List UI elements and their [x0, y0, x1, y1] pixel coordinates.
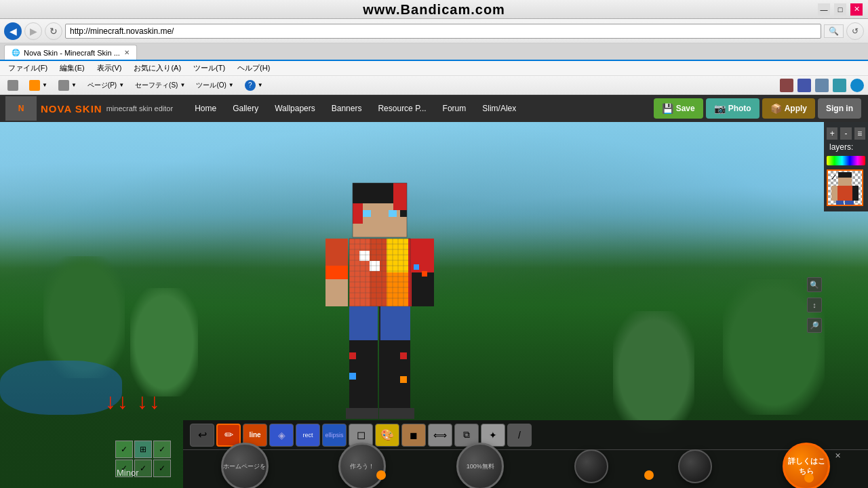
- fill-tool-button[interactable]: ◈: [269, 424, 294, 447]
- minimize-button[interactable]: —: [818, 3, 830, 16]
- ad-circle-2[interactable]: 作ろう！: [338, 443, 386, 488]
- menu-view[interactable]: 表示(V): [92, 62, 127, 75]
- menu-file[interactable]: ファイル(F): [3, 62, 53, 75]
- layer-icon-3[interactable]: ✓: [153, 441, 171, 458]
- menu-edit[interactable]: 編集(E): [54, 62, 90, 75]
- toolbar-page[interactable]: ページ(P) ▼: [83, 78, 129, 93]
- zoom-vertical-button[interactable]: ↕: [807, 298, 822, 312]
- menu-favorites[interactable]: お気に入り(A): [128, 62, 186, 75]
- ad-circle-small1[interactable]: [574, 449, 608, 483]
- svg-rect-26: [836, 201, 844, 205]
- toolbar-home[interactable]: [3, 78, 23, 93]
- refresh-button[interactable]: ↻: [45, 22, 62, 40]
- color-picker-icon: 🎨: [380, 428, 394, 441]
- pencil-tool-button[interactable]: ✏: [216, 424, 241, 447]
- leg-right-top: [379, 306, 410, 340]
- back-button[interactable]: ◀: [4, 22, 22, 40]
- tab-icon: 🌐: [12, 49, 20, 56]
- ad-circle-1-text: ホームページを: [223, 462, 266, 471]
- nav-slim[interactable]: Slim/Alex: [474, 95, 524, 122]
- rect-tool-button[interactable]: rect: [296, 424, 320, 447]
- head-red1: [393, 183, 407, 210]
- search-button[interactable]: 🔍: [824, 24, 844, 38]
- layer-color-bar: [827, 156, 865, 165]
- toolbar-print[interactable]: ▼: [54, 78, 81, 93]
- layer-thumbnail[interactable]: ✓: [827, 169, 863, 206]
- ad-circle-1[interactable]: ホームページを: [221, 443, 269, 488]
- layer-icon-1[interactable]: ✓: [115, 441, 133, 458]
- tools2-label: ツール(O): [196, 81, 226, 90]
- page-label: ページ(P): [87, 81, 117, 90]
- mouth-area: [366, 222, 393, 229]
- leg-left-blue1: [349, 373, 356, 380]
- nav-resource[interactable]: Resource P...: [370, 95, 434, 122]
- photo-icon: 📷: [714, 103, 726, 114]
- window-controls[interactable]: — □ ✕: [818, 3, 863, 16]
- feed-dropdown: ▼: [42, 82, 47, 88]
- layers-panel: + - ≡ layers: ✓: [824, 122, 868, 211]
- apply-button[interactable]: 📦 Apply: [762, 98, 815, 119]
- ie-icon5[interactable]: [850, 79, 864, 92]
- ie-icon3[interactable]: [815, 79, 829, 92]
- add-layer-button[interactable]: +: [827, 127, 837, 140]
- toolbar-tools2[interactable]: ツール(O) ▼: [191, 78, 238, 93]
- logo-box: N: [5, 96, 37, 121]
- leg-right-red1: [400, 352, 407, 359]
- zoom-out-button[interactable]: 🔎: [807, 318, 822, 333]
- toolbar-help[interactable]: ? ▼: [240, 78, 268, 93]
- leg-right: [379, 340, 410, 408]
- menu-tools[interactable]: ツール(T): [188, 62, 231, 75]
- ad-circle-small2[interactable]: [678, 449, 712, 483]
- tab-close-button[interactable]: ✕: [124, 49, 130, 56]
- fill-icon: ◈: [278, 430, 285, 441]
- nav-wallpapers[interactable]: Wallpapers: [267, 95, 323, 122]
- ad-close-button[interactable]: ✕: [835, 451, 841, 460]
- active-tab[interactable]: 🌐 Nova Skin - Minecraft Skin ... ✕: [4, 45, 137, 60]
- ie-icon1[interactable]: [780, 79, 793, 92]
- remove-layer-button[interactable]: -: [840, 127, 851, 140]
- zoom-fit-button[interactable]: 🔍: [807, 277, 822, 292]
- url-bar[interactable]: [65, 24, 821, 39]
- svg-rect-25: [852, 186, 859, 201]
- pen-tool-button[interactable]: /: [507, 424, 532, 447]
- undo-button[interactable]: ↩: [190, 424, 214, 447]
- ie-toolbar: ▼ ▼ ページ(P) ▼ セーフティ(S) ▼ ツール(O) ▼ ? ▼: [0, 76, 868, 95]
- layer-menu-button[interactable]: ≡: [854, 127, 865, 140]
- tab-title: Nova Skin - Minecraft Skin ...: [24, 49, 120, 57]
- line-icon: line: [249, 431, 260, 439]
- ie-icon2[interactable]: [797, 79, 811, 92]
- novaskin-header: N NOVA SKIN minecraft skin editor Home G…: [0, 95, 868, 122]
- layer-icon-6[interactable]: ✓: [153, 460, 171, 477]
- photo-button[interactable]: 📷 Photo: [706, 98, 760, 119]
- layer-icon-2[interactable]: ⊞: [134, 441, 152, 458]
- signin-button[interactable]: Sign in: [818, 98, 861, 119]
- nav-home[interactable]: Home: [186, 95, 224, 122]
- tools-row: ↩ ✏ line ◈ rect ellipsis ◻: [183, 420, 868, 450]
- leg-left-red1: [349, 352, 356, 359]
- save-button[interactable]: 💾 Save: [654, 98, 703, 119]
- toolbar-feed[interactable]: ▼: [24, 78, 52, 93]
- ad-dot-right: [804, 473, 814, 483]
- color-picker-button[interactable]: 🎨: [375, 424, 399, 447]
- site-subtitle: minecraft skin editor: [106, 104, 173, 113]
- nav-forum[interactable]: Forum: [435, 95, 475, 122]
- ad-circle-3[interactable]: 100%無料: [456, 443, 504, 488]
- ellipse-tool-button[interactable]: ellipsis: [322, 424, 347, 447]
- stamp-tool-button[interactable]: ◼: [401, 424, 426, 447]
- nav-banners[interactable]: Banners: [323, 95, 370, 122]
- eye-left: [363, 210, 371, 217]
- maximize-button[interactable]: □: [834, 3, 846, 16]
- leg-left-top: [349, 306, 378, 340]
- menu-help[interactable]: ヘルプ(H): [232, 62, 275, 75]
- pen-icon: /: [518, 430, 521, 441]
- toolbar-safety[interactable]: セーフティ(S) ▼: [130, 78, 190, 93]
- ie-icon4[interactable]: [833, 79, 846, 92]
- nav-gallery[interactable]: Gallery: [224, 95, 267, 122]
- forward-button[interactable]: ▶: [24, 22, 42, 40]
- mirror-tool-button[interactable]: ⟺: [428, 424, 452, 447]
- reload-button[interactable]: ↺: [846, 22, 864, 40]
- close-button[interactable]: ✕: [850, 3, 863, 16]
- print-dropdown: ▼: [71, 82, 77, 88]
- undo-icon: ↩: [198, 428, 207, 441]
- bottom-toolbar: ↩ ✏ line ◈ rect ellipsis ◻: [183, 420, 868, 488]
